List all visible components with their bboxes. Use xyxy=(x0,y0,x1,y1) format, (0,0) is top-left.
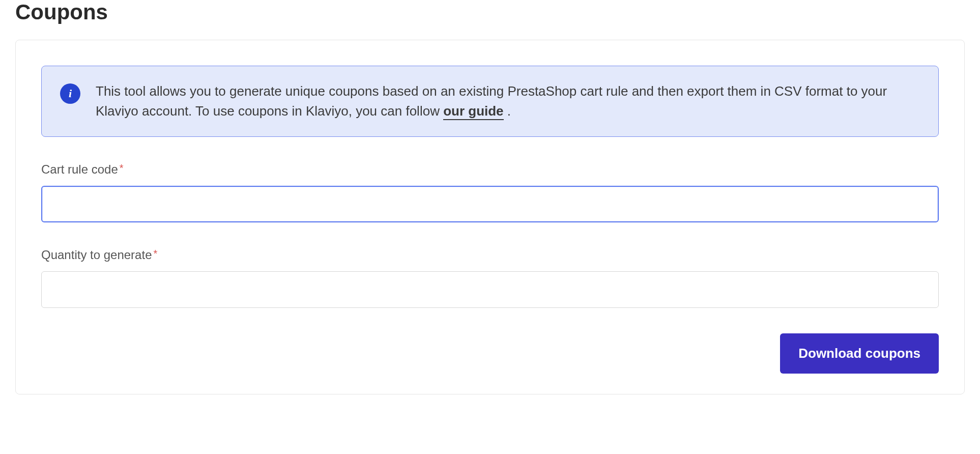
cart-rule-code-group: Cart rule code* xyxy=(41,162,939,222)
download-coupons-button[interactable]: Download coupons xyxy=(780,333,939,374)
our-guide-link[interactable]: our guide xyxy=(443,103,503,120)
info-alert: i This tool allows you to generate uniqu… xyxy=(41,66,939,137)
info-alert-text-after: . xyxy=(504,103,511,119)
info-icon: i xyxy=(60,83,80,104)
cart-rule-code-label-text: Cart rule code xyxy=(41,162,118,176)
quantity-to-generate-input[interactable] xyxy=(41,271,939,308)
cart-rule-code-input[interactable] xyxy=(41,186,939,222)
quantity-to-generate-group: Quantity to generate* xyxy=(41,248,939,308)
info-alert-text: This tool allows you to generate unique … xyxy=(96,81,920,121)
quantity-to-generate-label: Quantity to generate* xyxy=(41,248,939,262)
coupons-panel: i This tool allows you to generate uniqu… xyxy=(15,40,965,394)
button-row: Download coupons xyxy=(41,333,939,374)
cart-rule-code-label: Cart rule code* xyxy=(41,162,939,177)
quantity-to-generate-label-text: Quantity to generate xyxy=(41,248,152,262)
required-indicator: * xyxy=(153,248,157,259)
page-title: Coupons xyxy=(15,0,965,24)
required-indicator: * xyxy=(120,162,124,174)
